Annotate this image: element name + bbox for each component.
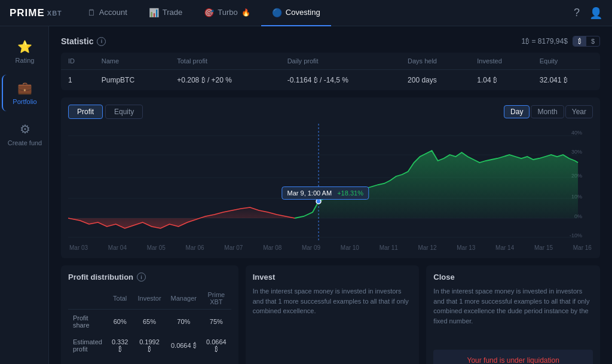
close-title: Close <box>433 273 593 282</box>
create-fund-icon: ⚙ <box>20 122 30 136</box>
dist-col-total: Total <box>107 287 133 310</box>
currency-btc-btn[interactable]: ₿ <box>573 36 586 46</box>
profit-distribution: Profit distribution i Total Investor Man… <box>61 265 238 364</box>
row-equity: 32.041 ₿ <box>533 70 600 91</box>
fire-icon: 🔥 <box>241 8 250 17</box>
row-id: 1 <box>61 70 94 91</box>
bottom-grid: Profit distribution i Total Investor Man… <box>61 265 600 364</box>
close-text: In the interest space money is invested … <box>433 286 593 326</box>
close-panel: Close In the interest space money is inv… <box>426 265 600 364</box>
col-daily-profit: Daily profit <box>280 53 400 70</box>
nav-covesting[interactable]: 🔵 Covesting <box>261 0 331 26</box>
time-btn-month[interactable]: Month <box>531 105 564 118</box>
chart-svg: 40% 30% 20% 10% 0% -10% <box>68 124 593 243</box>
distribution-table: Total Investor Manager Prime XBT Profit … <box>68 287 231 357</box>
sidebar-item-portfolio[interactable]: 💼 Portfolio <box>2 75 47 111</box>
row-daily-profit: -0.1164 ₿ / -14,5 % <box>280 70 400 91</box>
dist-col-prime: Prime XBT <box>201 287 231 310</box>
covesting-icon: 🔵 <box>272 8 282 17</box>
dist-row-estimated-profit: Estimated profit 0.332 ₿ 0.1992 ₿ 0.0664… <box>68 334 231 357</box>
account-icon: 🗒 <box>87 8 96 17</box>
col-invested: Invested <box>470 53 533 70</box>
chart-section: Profit Equity Day Month Year 40% 30% 20%… <box>61 97 600 258</box>
svg-text:40%: 40% <box>571 130 582 136</box>
turbo-icon: 🎯 <box>204 8 214 17</box>
nav-account[interactable]: 🗒 Account <box>76 0 138 26</box>
logo-prime: PRIME <box>10 7 45 19</box>
main-content: Statistic i 1₿ = 8179,94$ ₿ $ ID Name To… <box>49 26 612 364</box>
table-row[interactable]: 1 PumpBTC +0.208 ₿ / +20 % -0.1164 ₿ / -… <box>61 70 600 91</box>
svg-text:30%: 30% <box>571 149 582 155</box>
dist-col-investor: Investor <box>133 287 166 310</box>
trade-icon: 📊 <box>149 8 159 17</box>
invest-panel: Invest In the interest space money is in… <box>246 265 420 364</box>
nav-turbo[interactable]: 🎯 Turbo 🔥 <box>193 0 261 26</box>
statistic-header: Statistic i 1₿ = 8179,94$ ₿ $ <box>61 36 600 47</box>
sidebar-item-rating[interactable]: ⭐ Rating <box>2 33 47 70</box>
row-name: PumpBTC <box>94 70 170 91</box>
user-icon[interactable]: 👤 <box>589 7 602 20</box>
chart-btn-profit[interactable]: Profit <box>68 105 103 119</box>
time-btn-day[interactable]: Day <box>504 105 530 118</box>
logo-xbt: XBT <box>47 10 62 17</box>
row-days-held: 200 days <box>400 70 470 91</box>
svg-point-13 <box>316 199 321 204</box>
dist-col-empty <box>68 287 107 310</box>
col-equity: Equity <box>533 53 600 70</box>
help-icon[interactable]: ? <box>574 7 580 19</box>
nav-right: ? 👤 <box>574 7 602 20</box>
liquidation-text: Your fund is under liquidation <box>467 356 559 364</box>
chart-type-buttons: Profit Equity <box>68 105 143 119</box>
sidebar-item-create-fund[interactable]: ⚙ Create fund <box>2 116 47 152</box>
col-days-held: Days held <box>400 53 470 70</box>
chart-controls: Profit Equity Day Month Year <box>68 105 593 119</box>
chart-btn-equity[interactable]: Equity <box>105 105 143 119</box>
invest-text: In the interest space money is invested … <box>253 286 412 316</box>
col-id: ID <box>61 53 94 70</box>
rate-display: 1₿ = 8179,94$ ₿ $ <box>521 36 600 47</box>
statistic-info-icon[interactable]: i <box>97 37 106 46</box>
sidebar: ⭐ Rating 💼 Portfolio ⚙ Create fund <box>0 26 49 364</box>
invest-title: Invest <box>253 273 412 282</box>
liquidation-bar: Your fund is under liquidation <box>433 350 593 364</box>
time-buttons: Day Month Year <box>504 105 593 118</box>
logo: PRIME XBT <box>10 7 62 19</box>
dist-row-profit-share: Profit share 60% 65% 70% 75% <box>68 310 231 334</box>
currency-usd-btn[interactable]: $ <box>586 36 599 46</box>
statistic-title: Statistic i <box>61 36 106 46</box>
col-total-profit: Total profit <box>170 53 280 70</box>
profit-dist-info-icon[interactable]: i <box>137 273 146 282</box>
row-total-profit: +0.208 ₿ / +20 % <box>170 70 280 91</box>
chart-xaxis: Mar 03 Mar 04 Mar 05 Mar 06 Mar 07 Mar 0… <box>68 244 593 251</box>
time-btn-year[interactable]: Year <box>565 105 593 118</box>
nav-trade[interactable]: 📊 Trade <box>138 0 193 26</box>
svg-text:-10%: -10% <box>570 233 582 238</box>
profit-dist-title: Profit distribution i <box>68 273 231 282</box>
portfolio-icon: 💼 <box>17 81 32 95</box>
col-name: Name <box>94 53 170 70</box>
chart-container: 40% 30% 20% 10% 0% -10% <box>68 124 593 243</box>
rating-icon: ⭐ <box>17 39 32 54</box>
statistic-table: ID Name Total profit Daily profit Days h… <box>61 53 600 90</box>
row-invested: 1.04 ₿ <box>470 70 533 91</box>
dist-col-manager: Manager <box>166 287 201 310</box>
currency-toggle: ₿ $ <box>573 36 600 47</box>
top-navigation: PRIME XBT 🗒 Account 📊 Trade 🎯 Turbo 🔥 🔵 … <box>0 0 612 26</box>
